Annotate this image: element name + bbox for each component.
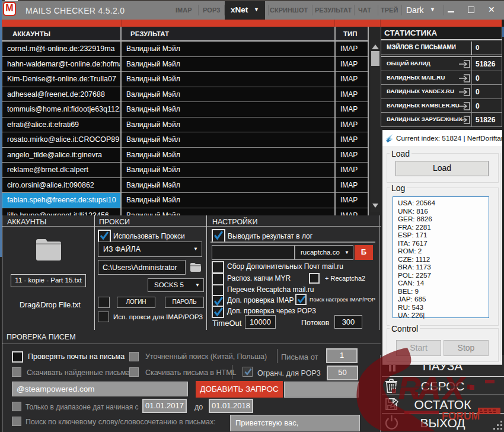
svg-text:A: A: [417, 371, 441, 405]
svg-text:X: X: [442, 371, 466, 405]
svg-text:FORUM: FORUM: [442, 410, 480, 422]
svg-text:R: R: [398, 371, 421, 405]
